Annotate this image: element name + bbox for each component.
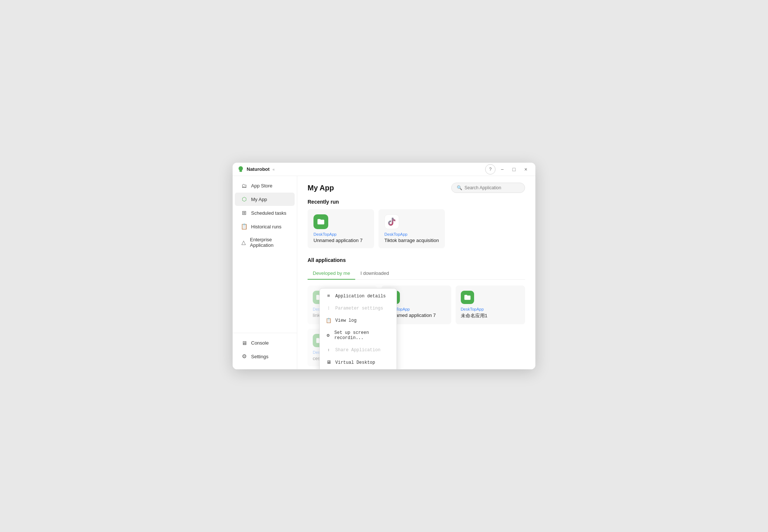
- recent-app-1-type: DeskTopApp: [313, 232, 368, 236]
- sidebar-nav: 🗂 App Store ⬡ My App ⊞ Scheduled tasks 📋…: [233, 176, 297, 333]
- ctx-application-details-label: Application details: [335, 294, 386, 299]
- view-log-icon: 📋: [326, 318, 332, 324]
- sidebar-label-enterprise-application: Enterprise Application: [250, 237, 289, 248]
- all-app-3-name: 未命名应用1: [461, 312, 520, 319]
- ctx-application-details[interactable]: ≡ Application details: [320, 290, 397, 302]
- sidebar-label-console: Console: [251, 340, 269, 346]
- search-input[interactable]: [464, 185, 520, 190]
- window-controls: ? − □ ×: [485, 164, 531, 175]
- recently-run-title: Recently run: [308, 199, 525, 205]
- app-window: Naturobot « ? − □ × 🗂 App Store ⬡ My App…: [233, 163, 535, 369]
- minimize-button[interactable]: −: [497, 164, 507, 175]
- ctx-set-up-screen-recording[interactable]: ⚙ Set up screen recordin...: [320, 327, 397, 344]
- sidebar-label-scheduled-tasks: Scheduled tasks: [251, 210, 286, 216]
- collapse-button[interactable]: «: [272, 167, 275, 172]
- parameter-settings-icon: ⫶: [326, 305, 332, 311]
- sidebar-label-historical-runs: Historical runs: [251, 224, 281, 229]
- all-app-3-icon: [461, 291, 474, 304]
- console-icon: 🖥: [241, 340, 247, 346]
- search-box[interactable]: 🔍: [451, 183, 525, 193]
- app-store-icon: 🗂: [241, 183, 247, 189]
- ctx-share-application[interactable]: ⬆ Share Application: [320, 344, 397, 356]
- sidebar-item-scheduled-tasks[interactable]: ⊞ Scheduled tasks: [235, 206, 295, 220]
- page-title: My App: [308, 184, 334, 192]
- recent-app-2-name: Tiktok barrage acquisition: [384, 238, 439, 243]
- recent-app-1-name: Unnamed application 7: [313, 238, 368, 243]
- app-icon-tiktok: [384, 214, 399, 229]
- virtual-desktop-icon: 🖥: [326, 360, 332, 365]
- all-app-3-type: DeskTopApp: [461, 307, 520, 311]
- app-logo: Naturobot: [237, 166, 270, 173]
- ctx-parameter-settings-label: Parameter settings: [335, 306, 383, 311]
- recent-app-1[interactable]: DeskTopApp Unnamed application 7: [308, 209, 374, 248]
- sidebar-item-historical-runs[interactable]: 📋 Historical runs: [235, 220, 295, 233]
- ctx-virtual-desktop-label: Virtual Desktop: [335, 360, 375, 365]
- search-icon: 🔍: [457, 185, 462, 190]
- ctx-share-application-label: Share Application: [335, 348, 380, 353]
- all-app-3[interactable]: DeskTopApp 未命名应用1: [456, 286, 525, 324]
- sidebar-item-app-store[interactable]: 🗂 App Store: [235, 179, 295, 192]
- settings-icon: ⚙: [241, 353, 247, 360]
- sidebar-item-my-app[interactable]: ⬡ My App: [235, 193, 295, 206]
- help-button[interactable]: ?: [485, 164, 496, 175]
- ctx-view-log[interactable]: 📋 View log: [320, 314, 397, 327]
- tab-i-downloaded[interactable]: I downloaded: [355, 267, 394, 280]
- tab-developed-by-me[interactable]: Developed by me: [308, 267, 355, 280]
- share-application-icon: ⬆: [326, 347, 332, 353]
- sidebar-bottom: 🖥 Console ⚙ Settings: [233, 333, 297, 369]
- recent-app-2[interactable]: DeskTopApp Tiktok barrage acquisition: [378, 209, 445, 248]
- app-name: Naturobot: [247, 166, 270, 172]
- sidebar-label-my-app: My App: [251, 197, 267, 202]
- all-applications-title: All applications: [308, 257, 525, 263]
- maximize-button[interactable]: □: [509, 164, 519, 175]
- app-icon-folder-1: [313, 214, 328, 229]
- sidebar-item-console[interactable]: 🖥 Console: [235, 336, 295, 349]
- my-app-icon: ⬡: [241, 196, 247, 203]
- sidebar-item-settings[interactable]: ⚙ Settings: [235, 350, 295, 363]
- titlebar: Naturobot « ? − □ ×: [233, 163, 535, 176]
- ctx-view-log-label: View log: [335, 318, 357, 323]
- recent-app-2-type: DeskTopApp: [384, 232, 439, 236]
- sidebar-label-app-store: App Store: [251, 183, 272, 189]
- historical-runs-icon: 📋: [241, 223, 247, 230]
- sidebar: 🗂 App Store ⬡ My App ⊞ Scheduled tasks 📋…: [233, 163, 297, 369]
- ctx-parameter-settings[interactable]: ⫶ Parameter settings: [320, 302, 397, 314]
- recently-run-section: DeskTopApp Unnamed application 7: [308, 209, 525, 248]
- sidebar-label-settings: Settings: [251, 354, 268, 359]
- context-menu: ≡ Application details ⫶ Parameter settin…: [319, 288, 397, 369]
- screen-recording-icon: ⚙: [326, 332, 331, 338]
- application-details-icon: ≡: [326, 293, 332, 299]
- tabs: Developed by me I downloaded: [308, 267, 525, 280]
- scheduled-tasks-icon: ⊞: [241, 210, 247, 216]
- close-button[interactable]: ×: [521, 164, 531, 175]
- enterprise-application-icon: △: [241, 239, 246, 246]
- main-header: My App 🔍: [308, 183, 525, 193]
- ctx-screen-recording-label: Set up screen recordin...: [335, 330, 391, 341]
- ctx-virtual-desktop[interactable]: 🖥 Virtual Desktop: [320, 356, 397, 369]
- sidebar-item-enterprise-application[interactable]: △ Enterprise Application: [235, 234, 295, 251]
